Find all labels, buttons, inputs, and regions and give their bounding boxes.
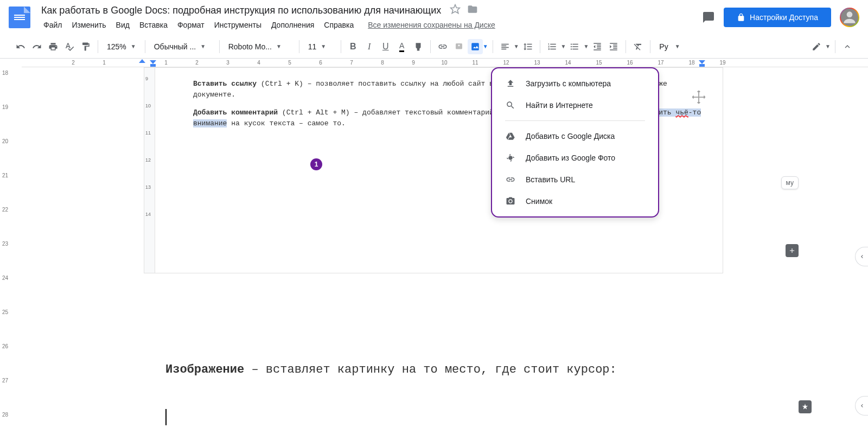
decrease-indent-button[interactable] bbox=[590, 39, 605, 54]
article-paragraph: Изображение – вставляет картинку на то м… bbox=[165, 363, 617, 376]
menu-help[interactable]: Справка bbox=[320, 18, 358, 31]
save-status[interactable]: Все изменения сохранены на Диске bbox=[368, 21, 495, 29]
text-cursor bbox=[165, 409, 167, 425]
menu-edit[interactable]: Изменить bbox=[67, 18, 110, 31]
title-area: Как работать в Google Docs: подробная ин… bbox=[39, 4, 702, 31]
undo-button[interactable] bbox=[13, 39, 28, 54]
text-color-button[interactable]: A bbox=[394, 39, 410, 54]
editing-mode-button[interactable] bbox=[809, 39, 824, 54]
horizontal-ruler[interactable]: document.write(''); 21123456789101112131… bbox=[22, 59, 868, 67]
insert-image-button[interactable] bbox=[468, 39, 483, 54]
menu-photos-label: Добавить из Google Фото bbox=[526, 154, 615, 162]
account-avatar[interactable] bbox=[840, 8, 859, 27]
clear-formatting-button[interactable] bbox=[630, 39, 646, 54]
share-label: Настройки Доступа bbox=[750, 13, 818, 22]
redo-button[interactable] bbox=[29, 39, 44, 54]
document-title[interactable]: Как работать в Google Docs: подробная ин… bbox=[39, 4, 443, 17]
menu-file[interactable]: Файл bbox=[39, 18, 66, 31]
lang-value: Ру bbox=[659, 42, 668, 51]
upload-icon bbox=[505, 78, 516, 89]
move-handle-icon[interactable] bbox=[691, 90, 706, 105]
font-dropdown[interactable]: Roboto Mo...▼ bbox=[224, 40, 295, 53]
add-comment-button[interactable] bbox=[451, 39, 467, 54]
embed-p2-text-b: на кусок текста – самое то. bbox=[227, 119, 345, 127]
menu-camera-label: Снимок bbox=[526, 197, 552, 206]
fontsize-value: 11 bbox=[308, 42, 317, 51]
vertical-ruler[interactable]: 1819202122232425262728 bbox=[0, 67, 22, 441]
menu-upload-label: Загрузить с компьютера bbox=[526, 79, 611, 88]
document-canvas[interactable]: 91011121314 Вставить ссылку (Ctrl + K) –… bbox=[22, 67, 868, 441]
embed-p2-bold: Добавить комментарий bbox=[193, 108, 278, 117]
style-dropdown[interactable]: Обычный ...▼ bbox=[150, 40, 215, 53]
collapse-toolbar-button[interactable] bbox=[840, 39, 855, 54]
menu-separator bbox=[505, 120, 645, 121]
align-button[interactable] bbox=[497, 39, 513, 54]
embed-p1-shortcut: (Ctrl + K) bbox=[261, 80, 303, 88]
menu-insert[interactable]: Вставка bbox=[135, 18, 172, 31]
explore-badge[interactable] bbox=[799, 400, 812, 413]
input-tools-dropdown[interactable]: Ру▼ bbox=[655, 40, 684, 53]
menu-addons[interactable]: Дополнения bbox=[267, 18, 318, 31]
add-comment-side-badge[interactable] bbox=[786, 244, 799, 257]
link-button[interactable] bbox=[435, 39, 450, 54]
menu-by-url[interactable]: Вставить URL bbox=[492, 169, 658, 190]
menu-url-label: Вставить URL bbox=[526, 175, 575, 184]
insert-image-menu: Загрузить с компьютера Найти в Интернете… bbox=[491, 67, 659, 218]
menu-view[interactable]: Вид bbox=[112, 18, 134, 31]
fontsize-dropdown[interactable]: 11▼ bbox=[304, 40, 336, 53]
camera-icon bbox=[505, 196, 516, 207]
comments-icon[interactable] bbox=[702, 11, 715, 24]
spellcheck-button[interactable] bbox=[62, 39, 77, 54]
menu-upload-from-computer[interactable]: Загрузить с компьютера bbox=[492, 73, 658, 94]
paint-format-button[interactable] bbox=[78, 39, 93, 54]
header-right: Настройки Доступа bbox=[702, 8, 859, 27]
docs-logo-icon[interactable] bbox=[9, 7, 30, 28]
svg-marker-0 bbox=[451, 5, 460, 14]
style-value: Обычный ... bbox=[154, 42, 196, 51]
embedded-vertical-ruler: 91011121314 bbox=[144, 68, 155, 273]
print-button[interactable] bbox=[46, 39, 61, 54]
menu-format[interactable]: Формат bbox=[173, 18, 209, 31]
numbered-list-button[interactable] bbox=[545, 39, 560, 54]
menu-bar: Файл Изменить Вид Вставка Формат Инструм… bbox=[39, 18, 702, 31]
italic-button[interactable]: I bbox=[362, 39, 377, 54]
annotation-badge-1: 1 bbox=[310, 158, 322, 170]
zoom-value: 125% bbox=[107, 42, 126, 51]
menu-search-web[interactable]: Найти в Интернете bbox=[492, 94, 658, 116]
line-spacing-button[interactable] bbox=[520, 39, 535, 54]
drive-icon bbox=[505, 131, 516, 142]
menu-from-drive[interactable]: Добавить с Google Диска bbox=[492, 125, 658, 147]
article-text: – вставляет картинку на то место, где ст… bbox=[244, 363, 617, 376]
embed-p2-spellerror: чьё bbox=[675, 108, 688, 117]
toolbar: 125%▼ Обычный ...▼ Roboto Mo...▼ 11▼ B I… bbox=[0, 35, 868, 59]
embed-p2-shortcut: (Ctrl + Alt + M) bbox=[282, 108, 350, 117]
svg-rect-2 bbox=[471, 43, 479, 50]
folder-icon[interactable] bbox=[467, 4, 478, 17]
menu-tools[interactable]: Инструменты bbox=[210, 18, 266, 31]
bold-button[interactable]: B bbox=[346, 39, 361, 54]
star-icon[interactable] bbox=[450, 4, 461, 17]
insert-image-dropdown-arrow[interactable]: ▼ bbox=[483, 43, 488, 49]
search-icon bbox=[505, 100, 516, 111]
menu-camera[interactable]: Снимок bbox=[492, 190, 658, 212]
menu-search-label: Найти в Интернете bbox=[526, 101, 593, 110]
photos-icon bbox=[505, 152, 516, 163]
link-icon bbox=[505, 174, 516, 185]
underline-button[interactable]: U bbox=[378, 39, 393, 54]
share-button[interactable]: Настройки Доступа bbox=[724, 8, 831, 27]
bullet-list-button[interactable] bbox=[567, 39, 582, 54]
highlight-button[interactable] bbox=[411, 39, 426, 54]
menu-drive-label: Добавить с Google Диска bbox=[526, 132, 615, 140]
embed-tooltip: му bbox=[781, 176, 799, 189]
increase-indent-button[interactable] bbox=[606, 39, 621, 54]
embed-p1-bold: Вставить ссылку bbox=[193, 80, 257, 88]
header: Как работать в Google Docs: подробная ин… bbox=[0, 0, 868, 35]
menu-from-photos[interactable]: Добавить из Google Фото bbox=[492, 147, 658, 169]
zoom-dropdown[interactable]: 125%▼ bbox=[103, 40, 141, 53]
article-bold: Изображение bbox=[165, 363, 244, 376]
font-value: Roboto Mo... bbox=[228, 42, 272, 51]
